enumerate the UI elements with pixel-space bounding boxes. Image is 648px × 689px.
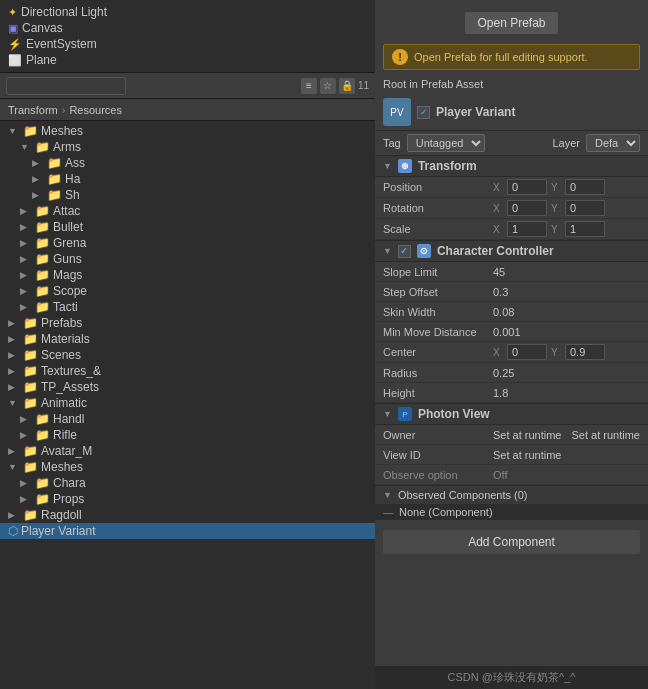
tree-arrow: ▶: [20, 302, 32, 312]
tree-item-animatic[interactable]: ▼ 📁 Animatic: [0, 395, 375, 411]
observed-components-header[interactable]: ▼ Observed Components (0): [375, 485, 648, 504]
tree-label: Scope: [53, 284, 87, 298]
scale-x-input[interactable]: [507, 221, 547, 237]
hierarchy-item-canvas[interactable]: ▣ Canvas: [0, 20, 375, 36]
toolbar-icon-lock[interactable]: 🔒: [339, 78, 355, 94]
tree-item-handl[interactable]: ▶ 📁 Handl: [0, 411, 375, 427]
tree-item-tp-assets[interactable]: ▶ 📁 TP_Assets: [0, 379, 375, 395]
tree-arrow: ▶: [20, 254, 32, 264]
event-icon: ⚡: [8, 38, 22, 51]
position-x-input[interactable]: [507, 179, 547, 195]
tree-label-player-variant: Player Variant: [21, 524, 95, 538]
tree-item-textures[interactable]: ▶ 📁 Textures_&: [0, 363, 375, 379]
rotation-xyz: X Y: [493, 200, 640, 216]
position-y-label: Y: [551, 182, 561, 193]
tree-arrow: ▶: [20, 286, 32, 296]
plane-icon: ⬜: [8, 54, 22, 67]
tree-item-ha[interactable]: ▶ 📁 Ha: [0, 171, 375, 187]
photon-view-arrow: ▼: [383, 409, 392, 419]
warning-text: Open Prefab for full editing support.: [414, 51, 588, 63]
folder-icon: 📁: [35, 252, 50, 266]
toolbar-icon-star[interactable]: ☆: [320, 78, 336, 94]
open-prefab-button[interactable]: Open Prefab: [465, 12, 557, 34]
step-offset-row: Step Offset 0.3: [375, 282, 648, 302]
center-y-input[interactable]: [565, 344, 605, 360]
scale-y-input[interactable]: [565, 221, 605, 237]
tree-item-player-variant[interactable]: ⬡ Player Variant: [0, 523, 375, 539]
photon-view-section-header[interactable]: ▼ P Photon View: [375, 403, 648, 425]
tree-item-guns[interactable]: ▶ 📁 Guns: [0, 251, 375, 267]
tree-label: Mags: [53, 268, 82, 282]
radius-value[interactable]: 0.25: [493, 367, 640, 379]
player-variant-checkbox[interactable]: [417, 106, 430, 119]
hierarchy-item-eventsystem[interactable]: ⚡ EventSystem: [0, 36, 375, 52]
step-offset-value[interactable]: 0.3: [493, 286, 640, 298]
tree-item-scenes[interactable]: ▶ 📁 Scenes: [0, 347, 375, 363]
character-controller-section-header[interactable]: ▼ ⊙ Character Controller: [375, 240, 648, 262]
tree-item-ragdoll[interactable]: ▶ 📁 Ragdoll: [0, 507, 375, 523]
tree-arrow: ▶: [8, 446, 20, 456]
tree-item-prefabs[interactable]: ▶ 📁 Prefabs: [0, 315, 375, 331]
folder-icon: 📁: [35, 412, 50, 426]
folder-icon: 📁: [35, 268, 50, 282]
center-label: Center: [383, 346, 493, 358]
toolbar-icon-list[interactable]: ≡: [301, 78, 317, 94]
min-move-distance-value[interactable]: 0.001: [493, 326, 640, 338]
slope-limit-value[interactable]: 45: [493, 266, 640, 278]
transform-section-header[interactable]: ▼ ⊕ Transform: [375, 155, 648, 177]
hierarchy-item-directional-light[interactable]: ✦ Directional Light: [0, 4, 375, 20]
tree-item-scope[interactable]: ▶ 📁 Scope: [0, 283, 375, 299]
tree-item-ass[interactable]: ▶ 📁 Ass: [0, 155, 375, 171]
tree-item-rifle[interactable]: ▶ 📁 Rifle: [0, 427, 375, 443]
tree-item-attac[interactable]: ▶ 📁 Attac: [0, 203, 375, 219]
tag-row: Tag Untagged Layer Defa: [375, 131, 648, 155]
tree-arrow: ▶: [8, 334, 20, 344]
tree-item-avatar-m[interactable]: ▶ 📁 Avatar_M: [0, 443, 375, 459]
photon-view-icon: P: [398, 407, 412, 421]
tree-item-grena[interactable]: ▶ 📁 Grena: [0, 235, 375, 251]
rotation-y-input[interactable]: [565, 200, 605, 216]
tree-arrow: ▶: [8, 510, 20, 520]
tree-arrow: ▶: [8, 350, 20, 360]
search-input[interactable]: [6, 77, 126, 95]
tree-item-tacti[interactable]: ▶ 📁 Tacti: [0, 299, 375, 315]
folder-icon: 📁: [35, 492, 50, 506]
character-controller-checkbox[interactable]: [398, 245, 411, 258]
tree-label: Bullet: [53, 220, 83, 234]
tree-arrow: ▶: [20, 270, 32, 280]
owner-label: Owner: [383, 429, 493, 441]
center-x-input[interactable]: [507, 344, 547, 360]
slope-limit-row: Slope Limit 45: [375, 262, 648, 282]
position-y-input[interactable]: [565, 179, 605, 195]
tree-item-props[interactable]: ▶ 📁 Props: [0, 491, 375, 507]
tree-arrow: ▶: [20, 222, 32, 232]
height-value[interactable]: 1.8: [493, 387, 640, 399]
step-offset-label: Step Offset: [383, 286, 493, 298]
tag-dropdown[interactable]: Untagged: [407, 134, 485, 152]
layer-dropdown[interactable]: Defa: [586, 134, 640, 152]
tree-item-meshes-root[interactable]: ▼ 📁 Meshes: [0, 123, 375, 139]
hierarchy-item-plane[interactable]: ⬜ Plane: [0, 52, 375, 68]
tree-item-arms[interactable]: ▼ 📁 Arms: [0, 139, 375, 155]
add-component-button[interactable]: Add Component: [383, 530, 640, 554]
warning-bar: ! Open Prefab for full editing support.: [383, 44, 640, 70]
breadcrumb-resources[interactable]: Resources: [69, 104, 122, 116]
skin-width-value[interactable]: 0.08: [493, 306, 640, 318]
center-xyz: X Y: [493, 344, 640, 360]
rotation-x-input[interactable]: [507, 200, 547, 216]
tree-item-sh[interactable]: ▶ 📁 Sh: [0, 187, 375, 203]
tree-arrow: ▼: [8, 462, 20, 472]
tree-item-chara[interactable]: ▶ 📁 Chara: [0, 475, 375, 491]
breadcrumb-assets[interactable]: Transform: [8, 104, 58, 116]
tree-label: Meshes: [41, 124, 83, 138]
tree-item-meshes-2[interactable]: ▼ 📁 Meshes: [0, 459, 375, 475]
character-controller-label: Character Controller: [437, 244, 554, 258]
folder-icon: 📁: [23, 332, 38, 346]
tree-arrow: ▶: [20, 494, 32, 504]
folder-icon: 📁: [23, 124, 38, 138]
tree-item-materials[interactable]: ▶ 📁 Materials: [0, 331, 375, 347]
tree-item-mags[interactable]: ▶ 📁 Mags: [0, 267, 375, 283]
tree-label: Ragdoll: [41, 508, 82, 522]
tree-item-bullet[interactable]: ▶ 📁 Bullet: [0, 219, 375, 235]
tree-label: Sh: [65, 188, 80, 202]
